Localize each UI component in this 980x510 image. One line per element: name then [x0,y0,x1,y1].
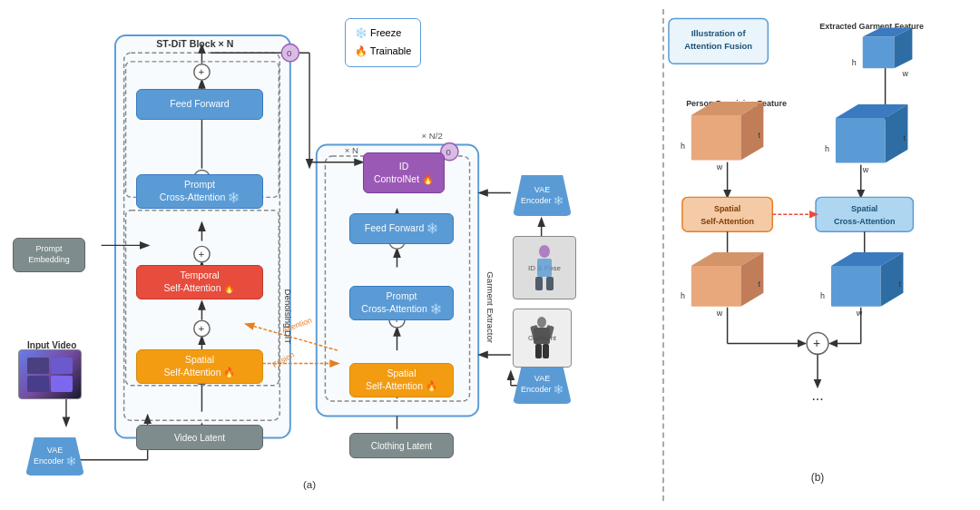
spatial-self-attn-left-block: SpatialSelf-Attention 🔥 [136,349,263,384]
svg-rect-101 [816,197,913,231]
clothing-latent-block: Clothing Latent [349,433,454,458]
svg-text:Spatial: Spatial [714,204,740,213]
svg-rect-72 [543,344,549,358]
svg-text:Cross-Attention: Cross-Attention [834,217,896,226]
svg-rect-69 [530,325,540,339]
svg-text:h: h [681,291,685,300]
svg-point-45 [194,64,210,80]
svg-text:w: w [862,165,869,174]
svg-text:Self-Attention: Self-Attention [701,217,754,226]
svg-rect-112 [831,266,881,307]
spatial-self-attn-mid-block: SpatialSelf-Attention 🔥 [349,363,454,397]
svg-text:···: ··· [811,391,823,407]
svg-text:(b): (b) [811,471,825,484]
feed-forward-top-block: Feed Forward [136,89,263,120]
left-section: × N [9,9,662,501]
svg-text:× N/2: × N/2 [422,131,443,141]
prompt-cross-attn-mid-block: PromptCross-Attention ❄️ [349,286,454,320]
right-diagram-svg: Illustration of Attention Fusion Extract… [664,9,971,501]
svg-text:w: w [901,69,908,78]
id-controlnet-block: IDControlNet 🔥 [363,152,445,193]
svg-rect-65 [535,277,543,290]
svg-text:Spatial: Spatial [851,204,877,213]
trainable-legend: 🔥 Trainable [355,43,411,61]
svg-text:+: + [199,323,205,334]
svg-rect-66 [546,277,554,290]
svg-text:h: h [820,291,825,300]
temporal-self-attn-block: TemporalSelf-Attention 🔥 [136,265,263,299]
svg-text:ST-DiT Block × N: ST-DiT Block × N [156,38,233,49]
svg-text:h: h [825,144,829,153]
svg-text:h: h [681,142,685,151]
vae-encoder-top-right-block: VAEEncoder ❄️ [513,175,572,216]
svg-rect-77 [863,36,895,68]
video-latent-block: Video Latent [136,425,263,450]
svg-rect-64 [537,259,552,277]
svg-text:Fusion: Fusion [270,349,296,369]
svg-text:0: 0 [287,48,291,58]
svg-text:Illustration of: Illustration of [691,28,747,38]
svg-point-67 [537,317,546,328]
svg-text:w: w [856,309,863,318]
vae-encoder-left-block: VAEEncoder ❄️ [25,437,84,476]
svg-text:+: + [199,66,205,77]
fire-icon: 🔥 [355,45,368,56]
feed-forward-mid-block: Feed Forward ❄️ [349,213,454,244]
svg-rect-106 [691,266,741,307]
svg-rect-83 [691,115,741,161]
svg-rect-70 [544,325,554,339]
svg-text:Denoising DiT: Denoising DiT [283,289,293,345]
svg-point-39 [194,320,210,336]
garment-image: Garment [513,309,572,368]
svg-text:w: w [716,162,723,172]
svg-point-63 [539,245,550,258]
input-video-image [18,349,82,399]
freeze-icon: ❄️ [355,27,368,38]
svg-point-41 [194,246,210,261]
right-section: Illustration of Attention Fusion Extract… [662,9,971,501]
svg-rect-90 [836,118,886,163]
svg-text:h: h [852,58,857,67]
freeze-label: Freeze [370,27,401,38]
svg-text:Attention Fusion: Attention Fusion [684,41,752,51]
svg-text:w: w [716,309,723,318]
id-pose-image: ID & Pose [513,236,576,299]
svg-text:0: 0 [446,147,451,157]
svg-text:(a): (a) [303,479,316,490]
vae-encoder-bot-right-block: VAEEncoder ❄️ [513,366,572,404]
prompt-cross-attn-block: PromptCross-Attention ❄️ [136,174,263,209]
svg-text:Attention: Attention [280,316,313,335]
main-container: × N [0,0,980,510]
svg-text:+: + [813,336,820,350]
svg-text:+: + [199,249,205,260]
svg-line-36 [247,324,338,350]
svg-rect-71 [535,344,542,358]
freeze-legend: ❄️ Freeze [355,25,411,43]
svg-point-47 [281,44,299,62]
legend-box: ❄️ Freeze 🔥 Trainable [345,18,421,67]
prompt-embedding-block: PromptEmbedding [13,238,85,272]
svg-rect-98 [682,197,772,231]
svg-text:× N: × N [345,145,358,155]
trainable-label: Trainable [370,45,411,56]
svg-text:Garment Extractor: Garment Extractor [485,271,495,343]
